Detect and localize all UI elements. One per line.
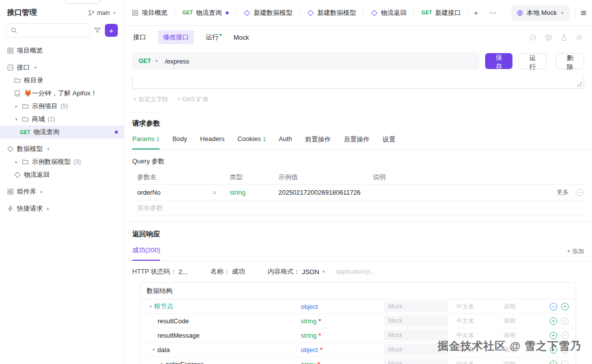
param-type-select[interactable]: string [230,189,278,196]
cn-name-input[interactable]: 中文名 [456,346,504,354]
drag-handle-icon[interactable] [150,305,152,307]
tab-new-data-model-2[interactable]: 新建数据模型 [300,0,363,26]
more-link[interactable]: 更多 [557,188,569,197]
url-input[interactable]: GET ▾ /express [132,53,479,70]
remove-node-icon[interactable]: − [561,332,569,339]
tab-pre-operations[interactable]: 前置操作 [305,135,331,149]
add-button[interactable]: + [105,24,118,37]
tab-auth[interactable]: Auth [279,135,292,149]
status-code-input[interactable]: 2... [178,268,187,276]
sidebar-section-data-model[interactable]: 数据模型 ▾ [0,143,124,155]
node-name[interactable]: resultMessage [158,332,200,339]
mock-input[interactable]: Mock [384,359,448,364]
sidebar-section-quick-request[interactable]: 快捷请求 ▸ [0,202,124,215]
remove-node-icon[interactable]: − [561,346,569,354]
cn-name-input[interactable]: 中文名 [456,302,504,311]
tab-new-api[interactable]: GET 新建接口 [414,0,468,26]
description-input[interactable]: 说明 [504,331,550,340]
history-icon[interactable] [529,34,537,41]
save-button[interactable]: 保 存 [485,53,512,69]
description-input[interactable]: 说明 [504,346,550,354]
remove-node-icon[interactable]: − [550,303,557,310]
remove-param-icon[interactable]: − [576,189,583,196]
add-response-link[interactable]: + 添加 [567,247,584,261]
custom-field-link[interactable]: + 自定义字段 [133,95,168,104]
node-name[interactable]: orderExpress [166,361,204,364]
sidebar-folder-mall[interactable]: ▾ 商城 (1) [0,113,124,126]
cn-name-input[interactable]: 中文名 [456,317,504,325]
mock-input[interactable]: Mock [384,315,448,326]
description-input[interactable]: 说明 [504,317,550,325]
sidebar-section-components[interactable]: 组件库 ▸ [0,185,124,198]
node-type-select[interactable]: string [301,332,317,339]
node-type-select[interactable]: object [301,346,318,354]
tab-body[interactable]: Body [172,135,187,149]
tab-post-operations[interactable]: 后置操作 [344,135,370,149]
add-param-row[interactable]: 添加参数 [132,201,584,216]
filter-button[interactable] [94,27,101,34]
tab-logistics-query[interactable]: GET 物流查询 [175,0,236,26]
description-input[interactable]: 说明 [504,360,550,364]
node-name[interactable]: 根节点 [154,302,173,311]
run-button[interactable]: 运 行 [518,53,547,69]
tab-params[interactable]: Params 1 [132,135,160,149]
sidebar-item-logistics-return[interactable]: 物流返回 [0,168,124,181]
add-child-node-icon[interactable]: + [550,361,557,364]
node-name[interactable]: data [158,346,170,354]
sidebar-section-api[interactable]: 接口 ▾ [0,61,124,74]
add-sibling-node-icon[interactable]: + [550,332,557,339]
node-type-select[interactable]: string [301,317,317,325]
description-input[interactable]: 说明 [504,302,550,311]
mock-input[interactable]: Mock [384,330,448,341]
gear-icon[interactable] [576,34,583,41]
method-select[interactable]: GET [139,58,151,65]
branch-selector[interactable]: main ▾ [88,9,117,16]
sidebar-item-tutorial[interactable]: 🦊一分钟，了解 Apifox！ [0,87,124,100]
sidebar-item-project-overview[interactable]: 项目概览 [0,44,124,57]
mock-input[interactable]: Mock [384,344,448,355]
tab-project-overview[interactable]: 项目概览 [124,0,175,26]
tab-settings[interactable]: 设置 [383,135,396,149]
tab-headers[interactable]: Headers [200,135,225,149]
tab-cookies[interactable]: Cookies 1 [238,135,266,149]
tab-more-button[interactable]: ⋯ [484,0,502,26]
subnav-api[interactable]: 接口 [133,33,146,42]
package-icon[interactable] [545,34,552,41]
add-child-node-icon[interactable]: + [550,346,557,354]
flask-icon[interactable] [560,34,568,41]
remove-node-icon[interactable]: − [561,361,569,364]
subnav-mock[interactable]: Mock [234,34,249,41]
param-name-input[interactable]: orderNo [132,189,213,196]
search-input[interactable] [6,23,90,37]
delete-button[interactable]: 删 除 [556,53,584,69]
mock-input[interactable]: Mock [384,301,448,312]
cn-name-input[interactable]: 中文名 [456,331,504,340]
sidebar-folder-example-models[interactable]: ▸ 示例数据模型 (3) [0,155,124,168]
tab-success-200[interactable]: 成功(200) [132,246,160,261]
oas-extension-link[interactable]: + OAS 扩展 [177,95,208,104]
node-type-select[interactable]: array [301,361,316,364]
add-sibling-node-icon[interactable]: + [550,317,557,325]
tab-new-data-model-1[interactable]: 新建数据模型 [236,0,300,26]
sidebar-item-root-dir[interactable]: 根目录 [0,74,124,87]
cn-name-input[interactable]: 中文名 [456,360,504,364]
response-name-input[interactable]: 成功 [232,267,245,276]
param-example-input[interactable]: 20250217200269180611726 [278,189,373,196]
description-textarea[interactable] [132,75,584,89]
node-name[interactable]: resultCode [158,317,189,325]
subnav-edit-api[interactable]: 修改接口 [158,30,194,44]
subnav-run[interactable]: 运行 [206,33,222,42]
resize-handle-icon[interactable] [577,82,582,87]
sidebar-folder-example-project[interactable]: ▸ 示例项目 (5) [0,100,124,113]
node-type-select[interactable]: object [301,303,318,310]
menu-button[interactable] [580,9,587,16]
add-child-node-icon[interactable]: + [561,303,569,310]
new-tab-button[interactable]: + [468,0,484,26]
tab-logistics-return[interactable]: 物流返回 [363,0,414,26]
collapse-icon[interactable]: ▾ [153,347,155,352]
content-format-select[interactable]: JSON [302,268,319,276]
collapse-icon[interactable]: ▾ [161,362,163,364]
remove-node-icon[interactable]: − [561,317,569,325]
sidebar-item-logistics-query[interactable]: GET 物流查询 [0,126,124,139]
environment-selector[interactable]: 本地 Mock ▾ [511,5,570,21]
